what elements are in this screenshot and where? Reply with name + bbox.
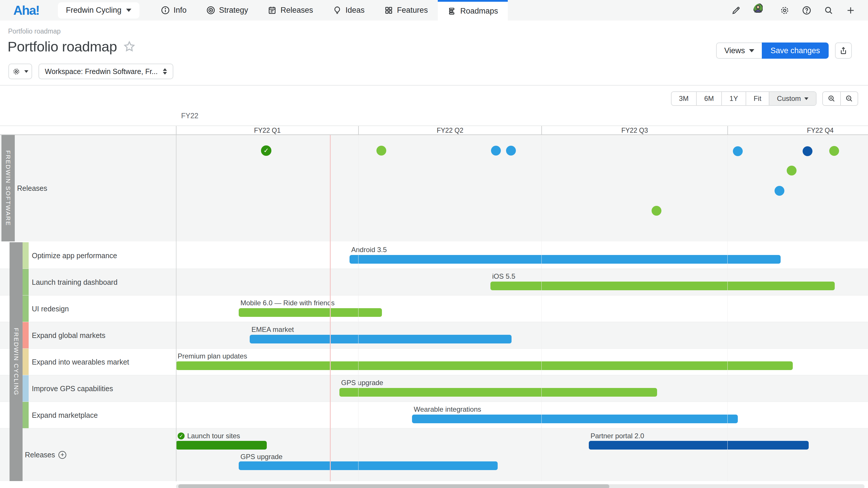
roadmap-chart: Optimize app performanceAndroid 3.5Launc… [0, 135, 868, 481]
milestone-dot[interactable] [775, 186, 784, 196]
roadmap-settings-button[interactable] [8, 64, 32, 79]
bar-label: GPS upgrade [341, 379, 383, 387]
row-label: Improve GPS capabilities [32, 375, 113, 402]
nav-item-roadmaps[interactable]: Roadmaps [438, 0, 508, 21]
gantt-bar[interactable] [412, 415, 738, 423]
gantt-bar[interactable] [349, 255, 781, 264]
row-label: Expand marketplace [32, 402, 98, 428]
nav-item-features[interactable]: Features [374, 0, 438, 21]
gear-icon[interactable] [780, 6, 789, 15]
page-title: Portfolio roadmap [7, 38, 117, 55]
nav-item-label: Ideas [345, 6, 365, 15]
preset-6m-button[interactable]: 6M [697, 92, 722, 105]
nav-item-ideas[interactable]: Ideas [323, 0, 374, 21]
page-header: Portfolio roadmap Portfolio roadmap Work… [0, 21, 868, 86]
chevron-down-icon [126, 9, 131, 12]
zoom-in-icon [828, 95, 836, 103]
gantt-bar[interactable] [176, 441, 267, 450]
completed-check-icon: ✓ [178, 432, 185, 440]
row-color-stripe [23, 242, 29, 269]
gantt-bar[interactable] [239, 461, 498, 470]
pencil-icon[interactable] [732, 6, 741, 15]
nav-item-label: Releases [280, 6, 313, 15]
breadcrumb[interactable]: Portfolio roadmap [8, 28, 61, 35]
gantt-bar[interactable] [589, 441, 809, 450]
table-row [0, 295, 868, 322]
workspace-band-fredwin-cycling: FREDWIN CYCLING [9, 242, 23, 481]
favorite-star-icon[interactable] [123, 40, 135, 53]
workspace-band-fredwin-software: FREDWIN SOFTWARE [1, 135, 15, 241]
preset-1y-button[interactable]: 1Y [722, 92, 746, 105]
milestone-dot[interactable] [506, 146, 516, 156]
milestone-dot[interactable]: ✓ [261, 145, 271, 156]
milestone-dot[interactable] [376, 146, 386, 156]
nav-item-info[interactable]: Info [151, 0, 196, 21]
aha-logo[interactable]: Aha! [13, 3, 39, 18]
bar-label: Mobile 6.0 — Ride with friends [241, 299, 335, 307]
quarter-header-fy22-q3: FY22 Q3 [541, 126, 727, 135]
nav-items: Info Strategy Releases Ideas Features Ro… [151, 0, 508, 21]
search-icon[interactable] [824, 6, 833, 15]
gantt-bar[interactable] [239, 308, 382, 317]
timeline-zoom-toolbar: 3M 6M 1Y Fit Custom [671, 91, 858, 106]
milestone-dot[interactable] [829, 146, 839, 156]
quarter-gridline [727, 135, 728, 481]
avatar[interactable] [753, 3, 767, 18]
row-label: Expand into wearables market [32, 349, 129, 375]
nav-item-label: Roadmaps [460, 7, 498, 15]
milestone-dot[interactable] [787, 166, 797, 175]
horizontal-scrollbar-thumb[interactable] [178, 484, 609, 488]
milestone-dot[interactable] [733, 146, 743, 156]
nav-item-label: Features [397, 6, 428, 15]
zoom-out-icon [845, 95, 853, 103]
bar-label: Wearable integrations [414, 405, 481, 414]
plus-icon[interactable] [846, 6, 855, 15]
info-icon [161, 6, 170, 15]
milestone-dot[interactable] [491, 146, 501, 156]
row-color-stripe [23, 349, 29, 375]
quarter-header-row: FY22 Q1FY22 Q2FY22 Q3FY22 Q4 [0, 126, 868, 135]
gantt-bar[interactable] [250, 335, 512, 344]
gantt-bar[interactable] [490, 282, 835, 290]
software-releases-label: Releases [17, 135, 47, 241]
workspace-filter-select[interactable]: Workspace: Fredwin Software, Fr... [38, 64, 173, 79]
chevron-down-icon [749, 49, 754, 52]
cycling-releases-row [0, 428, 868, 481]
save-changes-button[interactable]: Save changes [762, 42, 829, 59]
today-line [330, 135, 331, 481]
nav-utilities [732, 3, 855, 18]
fiscal-year-label: FY22 [181, 111, 198, 120]
gear-icon [12, 68, 20, 75]
target-icon [206, 6, 215, 15]
bar-label: GPS upgrade [241, 453, 282, 461]
preset-3m-button[interactable]: 3M [672, 92, 697, 105]
add-release-icon[interactable]: + [58, 451, 66, 459]
chevron-down-icon [24, 70, 28, 73]
help-icon[interactable] [802, 6, 811, 15]
top-nav: Aha! Fredwin Cycling Info Strategy Relea… [0, 0, 868, 21]
views-label: Views [724, 46, 745, 55]
bar-label: EMEA market [251, 326, 294, 334]
nav-item-label: Info [174, 6, 187, 15]
zoom-in-button[interactable] [823, 92, 840, 105]
bar-label: Partner portal 2.0 [591, 432, 644, 440]
gantt-bar[interactable] [339, 388, 657, 397]
grid-icon [384, 6, 393, 15]
quarter-gridline [358, 135, 359, 481]
calendar-icon [268, 6, 277, 15]
select-arrows-icon [163, 68, 167, 74]
zoom-out-button[interactable] [840, 92, 858, 105]
workspace-switcher[interactable]: Fredwin Cycling [58, 2, 140, 19]
nav-item-strategy[interactable]: Strategy [196, 0, 258, 21]
share-button[interactable] [835, 42, 852, 59]
milestone-dot[interactable] [803, 146, 812, 156]
gantt-bar[interactable] [176, 361, 793, 370]
milestone-dot[interactable] [652, 206, 661, 216]
nav-item-releases[interactable]: Releases [258, 0, 323, 21]
preset-custom-button[interactable]: Custom [769, 92, 816, 105]
row-label: Expand global markets [32, 322, 105, 349]
quarter-header-fy22-q1: FY22 Q1 [176, 126, 358, 135]
views-button[interactable]: Views [716, 42, 762, 59]
preset-fit-button[interactable]: Fit [746, 92, 770, 105]
bar-label: Android 3.5 [351, 246, 387, 254]
